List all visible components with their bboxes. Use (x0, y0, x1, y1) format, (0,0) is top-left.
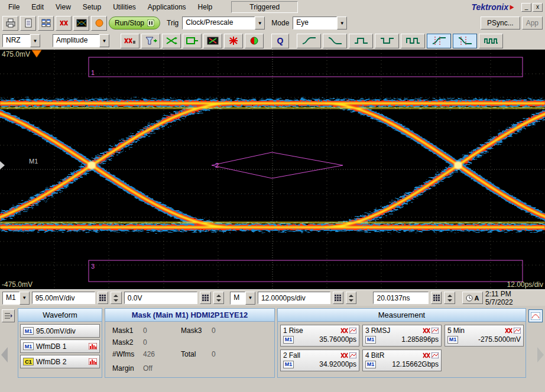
menu-applications[interactable]: Applications (142, 1, 192, 13)
timebase-source-select[interactable]: M ▼ (230, 292, 255, 305)
wfmdb-icon (89, 358, 97, 365)
plots-window-icon[interactable] (528, 309, 543, 322)
measurement-box-rmsj[interactable]: 3 RMSJ M1 1.285896ps (362, 325, 442, 347)
plot-icon[interactable] (432, 352, 439, 358)
mask-label-1: 1 (91, 69, 95, 76)
vertical-scale-field[interactable]: 95.00mV/div (32, 292, 95, 304)
horizontal-scale-spinner[interactable] (346, 292, 356, 304)
horizontal-scale-field[interactable]: 12.0000ps/div (258, 292, 330, 304)
vertical-offset-field[interactable]: 0.0V (124, 292, 198, 304)
source-select[interactable]: M1 ▼ (2, 292, 30, 305)
lock-label: A (474, 295, 479, 302)
chevron-down-icon[interactable]: ▼ (245, 292, 255, 305)
waveform-row-wfmdb1[interactable]: M1 WfmDB 1 (20, 339, 100, 353)
mode-select[interactable]: Eye ▼ (293, 17, 347, 30)
rise-time-icon[interactable] (427, 34, 451, 48)
waveform-row-wfmdb2[interactable]: C1 WfmDB 2 (20, 355, 100, 368)
menu-utilities[interactable]: Utilities (107, 1, 142, 13)
mask-x-icon[interactable] (203, 34, 222, 48)
signal-type-value: NRZ (2, 34, 30, 47)
plot-icon[interactable] (349, 352, 356, 358)
menu-edit[interactable]: Edit (25, 1, 50, 13)
results-panel: Waveform M1 95.00mV/div M1 WfmDB 1 C1 Wf… (0, 306, 545, 392)
chevron-down-icon[interactable]: ▼ (20, 292, 30, 305)
record-length-field[interactable]: 20.0137ns (373, 292, 428, 304)
fall-edge-icon[interactable] (323, 34, 347, 48)
rise-edge-icon[interactable] (297, 34, 321, 48)
negative-pulse-icon[interactable] (375, 34, 399, 48)
measurement-value: 12.15662Gbps (392, 360, 439, 368)
menu-view[interactable]: View (50, 1, 77, 13)
measurement-box-fall[interactable]: 2 Fall M1 34.92000ps (280, 349, 359, 371)
measurement-name: Min (453, 326, 465, 335)
chevron-down-icon[interactable]: ▼ (337, 17, 347, 30)
waveform-row-scale[interactable]: M1 95.00mV/div (20, 324, 100, 338)
delete-measurement-icon[interactable] (340, 328, 348, 334)
menu-setup[interactable]: Setup (77, 1, 107, 13)
chevron-down-icon[interactable]: ▼ (99, 34, 109, 47)
q-measurement-button[interactable]: Q (271, 34, 289, 48)
trigger-source-select[interactable]: Clock/Prescale ▼ (182, 17, 265, 30)
reference-level-marker[interactable] (0, 161, 5, 169)
vertical-scale-spinner[interactable] (111, 292, 121, 304)
panel-toggle-icon[interactable] (2, 309, 15, 322)
mode-value: Eye (293, 17, 337, 30)
delete-measurement-icon[interactable] (423, 328, 430, 334)
clock-square-icon[interactable] (401, 34, 425, 48)
waveform-panel-header: Waveform (18, 309, 102, 322)
trigger-position-marker[interactable] (32, 50, 41, 57)
burst-pattern-icon[interactable] (479, 34, 503, 48)
eye-display-icon[interactable] (73, 16, 89, 31)
psync-button[interactable]: PSync... (481, 17, 520, 30)
delete-measurement-icon[interactable] (423, 352, 430, 358)
close-button[interactable]: x (533, 3, 543, 12)
minimize-button[interactable]: _ (521, 3, 531, 12)
app-button[interactable]: App (522, 17, 543, 30)
menu-file[interactable]: File (2, 1, 25, 13)
measurement-box-rise[interactable]: 1 Rise M1 35.76000ps (280, 325, 359, 347)
measurement-box-min[interactable]: 5 Min M1 -275.5000mV (445, 325, 524, 347)
vertical-offset-spinner[interactable] (213, 292, 224, 304)
wfms-value: 426 (143, 350, 181, 364)
positive-pulse-icon[interactable] (349, 34, 373, 48)
run-stop-button[interactable]: Run/Stop (109, 17, 160, 30)
acquire-mode-icon[interactable] (245, 34, 264, 48)
print-icon[interactable] (2, 16, 18, 31)
numeric-keypad-icon[interactable] (98, 292, 108, 304)
acquisition-lock-button[interactable]: A (462, 292, 483, 304)
measurement-box-bitr[interactable]: 4 BitR M1 12.15662Gbps (362, 349, 442, 371)
xx-db-icon[interactable] (121, 34, 140, 48)
source-badge: M1 (23, 327, 34, 335)
measure-category-select[interactable]: Amplitude ▼ (53, 34, 109, 47)
waveform-row-label: 95.00mV/div (36, 327, 76, 335)
fall-time-icon[interactable] (453, 34, 477, 48)
signal-type-select[interactable]: NRZ ▼ (2, 34, 40, 47)
pattern-trigger-icon[interactable] (183, 34, 202, 48)
numeric-keypad-icon[interactable] (333, 292, 343, 304)
scroll-right-icon[interactable] (537, 347, 544, 362)
transition-arrows-icon[interactable] (162, 34, 181, 48)
menu-help[interactable]: Help (192, 1, 219, 13)
delete-measurement-icon[interactable] (340, 352, 348, 358)
delete-measurement-icon[interactable] (505, 328, 512, 334)
measure-category-value: Amplitude (53, 34, 99, 47)
plot-icon[interactable] (349, 328, 356, 334)
numeric-keypad-icon[interactable] (431, 292, 442, 304)
plot-icon[interactable] (514, 328, 521, 334)
menu-bar: File Edit View Setup Utilities Applicati… (0, 0, 545, 14)
touch-screen-icon[interactable] (91, 16, 107, 31)
scroll-left-icon[interactable] (1, 347, 8, 362)
chevron-down-icon[interactable]: ▼ (255, 17, 265, 30)
record-length-spinner[interactable] (444, 292, 455, 304)
clear-acq-icon[interactable] (224, 34, 243, 48)
export-icon[interactable] (20, 16, 36, 31)
mask-count-icon[interactable] (56, 16, 72, 31)
measurement-panel: Measurement 1 Rise M1 35.76000ps (277, 308, 526, 378)
waveform-row-label: WfmDB 2 (36, 358, 66, 366)
equalizer-icon[interactable] (141, 34, 160, 48)
plot-icon[interactable] (432, 328, 439, 334)
tile-windows-icon[interactable] (38, 16, 54, 31)
numeric-keypad-icon[interactable] (200, 292, 210, 304)
chevron-down-icon[interactable]: ▼ (30, 34, 40, 47)
status-bar: M1 ▼ 95.00mV/div 0.0V M ▼ 12.0000ps/div … (0, 289, 545, 306)
